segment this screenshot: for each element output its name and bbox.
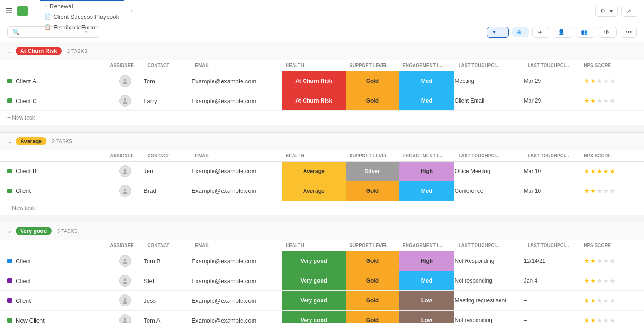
col-header-1: ASSIGNEE bbox=[106, 60, 144, 71]
new-task-label[interactable]: + New task bbox=[0, 201, 644, 215]
task-dot bbox=[7, 79, 12, 83]
touchpoint2-cell: – bbox=[524, 311, 580, 323]
table-row[interactable]: Client Stef Example@example.com Very goo… bbox=[0, 271, 644, 291]
task-dot bbox=[7, 298, 12, 303]
add-view-button[interactable]: + bbox=[126, 6, 138, 16]
nps-stars: ★★★★★ bbox=[584, 167, 640, 175]
nps-cell: ★★★★★ bbox=[580, 71, 644, 91]
engagement-pill: Med bbox=[399, 71, 454, 91]
star-filled: ★ bbox=[590, 97, 596, 104]
touchpoint2-cell: Mar 29 bbox=[524, 91, 580, 111]
engagement-cell: Low bbox=[399, 291, 454, 311]
star-empty: ★ bbox=[597, 97, 603, 104]
touchpoint2-cell: Jan 4 bbox=[524, 271, 580, 291]
star-empty: ★ bbox=[597, 297, 603, 304]
task-name: Client A bbox=[16, 78, 36, 85]
star-empty: ★ bbox=[610, 277, 615, 284]
task-name-cell: Client bbox=[0, 271, 106, 291]
task-name-cell: Client A bbox=[0, 71, 106, 91]
more-options-button[interactable]: ••• bbox=[621, 27, 637, 38]
table-row[interactable]: Client B Jen Example@example.com Average… bbox=[0, 161, 644, 181]
new-task-label[interactable]: + New task bbox=[0, 111, 644, 125]
col-header-6: ENGAGEMENT L... bbox=[399, 60, 454, 71]
health-cell: Average bbox=[282, 181, 346, 201]
table-row[interactable]: Client A Tom Example@example.com At Chur… bbox=[0, 71, 644, 91]
group-badge: At Churn Risk bbox=[16, 47, 62, 55]
task-name-cell: Client C bbox=[0, 91, 106, 111]
star-filled: ★ bbox=[584, 187, 590, 195]
avatar bbox=[119, 255, 131, 267]
new-task-average[interactable]: + New task bbox=[0, 201, 644, 215]
health-cell: Very good bbox=[282, 311, 346, 323]
col-headers-verygood: ASSIGNEECONTACTEMAILHEALTHSUPPORT LEVELE… bbox=[0, 240, 644, 251]
svg-point-3 bbox=[123, 102, 127, 104]
assignees-button[interactable]: 👥 bbox=[576, 27, 595, 38]
support-cell: Gold bbox=[346, 311, 399, 323]
search-input[interactable] bbox=[23, 29, 82, 35]
star-empty: ★ bbox=[610, 77, 615, 85]
engagement-pill: High bbox=[399, 162, 454, 181]
me-button[interactable]: 👤 bbox=[553, 27, 572, 38]
engagement-cell: Med bbox=[399, 271, 454, 291]
col-header-7: LAST TOUCHPOI... bbox=[454, 60, 523, 71]
table-row[interactable]: Client Jess Example@example.com Very goo… bbox=[0, 291, 644, 311]
nps-stars: ★★★★★ bbox=[584, 317, 640, 323]
toolbar-right: ▼ ⊕ ↪ 👤 👥 👁 ••• bbox=[487, 27, 637, 38]
task-dot bbox=[7, 259, 12, 263]
search-box[interactable]: 🔍 ▾ bbox=[7, 26, 99, 38]
table-row[interactable]: New Client Tom A Example@example.com Ver… bbox=[0, 311, 644, 323]
col-header-6: ENGAGEMENT L... bbox=[399, 150, 454, 161]
support-cell: Gold bbox=[346, 181, 399, 201]
table-row[interactable]: Client Tom B Example@example.com Very go… bbox=[0, 251, 644, 271]
star-filled: ★ bbox=[590, 277, 596, 284]
nps-stars: ★★★★★ bbox=[584, 187, 640, 195]
table-row[interactable]: Client C Larry Example@example.com At Ch… bbox=[0, 91, 644, 111]
contact-cell: Jess bbox=[144, 291, 191, 311]
touchpoint2-cell: 12/14/21 bbox=[524, 251, 580, 271]
nav-tab-renewal[interactable]: ≡Renewal bbox=[40, 1, 124, 12]
group-by-button[interactable]: ⊕ bbox=[512, 27, 529, 37]
star-empty: ★ bbox=[603, 277, 609, 284]
support-pill: Gold bbox=[346, 271, 399, 290]
avatar bbox=[119, 75, 131, 87]
star-empty: ★ bbox=[603, 317, 609, 323]
svg-point-12 bbox=[124, 298, 126, 301]
star-filled: ★ bbox=[590, 77, 596, 85]
share-button[interactable]: ↗ bbox=[621, 6, 638, 17]
health-cell: At Churn Risk bbox=[282, 91, 346, 111]
new-task-churn[interactable]: + New task bbox=[0, 111, 644, 125]
table-row[interactable]: Client Brad Example@example.com Average … bbox=[0, 181, 644, 201]
support-pill: Gold bbox=[346, 251, 399, 271]
touchpoint1-cell: Not responding bbox=[454, 311, 523, 323]
task-name: Client bbox=[16, 187, 31, 194]
engagement-cell: Med bbox=[399, 91, 454, 111]
nps-stars: ★★★★★ bbox=[584, 277, 640, 284]
subtasks-button[interactable]: ↪ bbox=[532, 27, 549, 38]
chevron-icon[interactable]: ⌄ bbox=[7, 48, 12, 54]
touchpoint2-cell: Mar 10 bbox=[524, 181, 580, 201]
health-pill: At Churn Risk bbox=[282, 91, 346, 110]
nav-tab-playbook[interactable]: 📄Client Success Playbook bbox=[40, 12, 124, 22]
automate-button[interactable]: ⚙ ▾ bbox=[595, 6, 618, 17]
star-filled: ★ bbox=[610, 167, 615, 175]
show-button[interactable]: 👁 bbox=[599, 27, 617, 38]
col-header-7: LAST TOUCHPOI... bbox=[454, 240, 523, 251]
show-icon: 👁 bbox=[604, 29, 610, 35]
hamburger-icon[interactable]: ☰ bbox=[6, 6, 12, 15]
star-empty: ★ bbox=[610, 297, 615, 304]
star-empty: ★ bbox=[597, 187, 603, 195]
chevron-icon[interactable]: ⌄ bbox=[7, 138, 12, 144]
logo-icon bbox=[17, 6, 28, 16]
svg-point-10 bbox=[124, 278, 126, 281]
contact-cell: Jen bbox=[144, 161, 191, 181]
chevron-icon[interactable]: ⌄ bbox=[7, 228, 12, 234]
task-count: 5 TASKS bbox=[57, 228, 77, 234]
task-dot bbox=[7, 189, 12, 193]
filter-button[interactable]: ▼ bbox=[487, 27, 509, 38]
svg-point-1 bbox=[123, 82, 127, 84]
task-name: Client B bbox=[16, 167, 37, 174]
support-cell: Gold bbox=[346, 291, 399, 311]
avatar bbox=[119, 185, 131, 197]
col-header-2: CONTACT bbox=[144, 240, 191, 251]
contact-cell: Tom B bbox=[144, 251, 191, 271]
